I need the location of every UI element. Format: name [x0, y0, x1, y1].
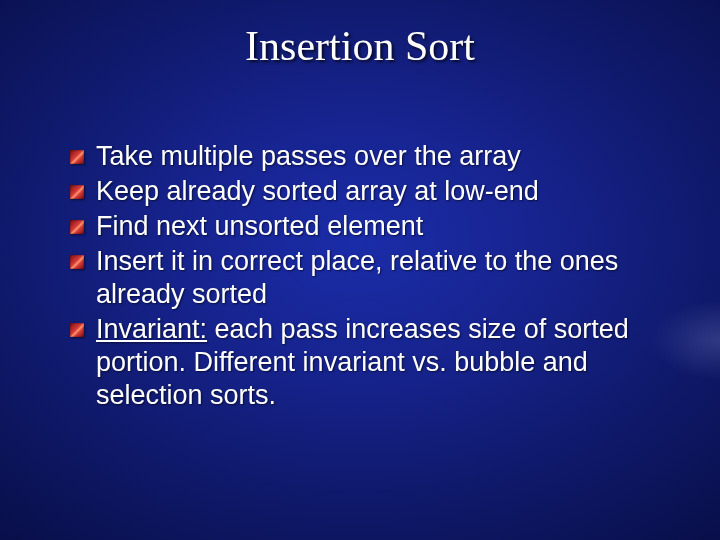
bullet-icon [70, 323, 84, 337]
bullet-icon [70, 150, 84, 164]
bullet-icon [70, 185, 84, 199]
bullet-item: Invariant: each pass increases size of s… [70, 313, 670, 412]
slide: Insertion Sort Take multiple passes over… [0, 0, 720, 540]
bullet-text: Take multiple passes over the array [96, 141, 521, 171]
slide-body: Take multiple passes over the array Keep… [70, 140, 670, 414]
bullet-text: Insert it in correct place, relative to … [96, 246, 618, 309]
bullet-item: Find next unsorted element [70, 210, 670, 243]
bullet-item: Take multiple passes over the array [70, 140, 670, 173]
bullet-icon [70, 255, 84, 269]
bullet-text: Keep already sorted array at low-end [96, 176, 539, 206]
bullet-icon [70, 220, 84, 234]
bullet-text: Find next unsorted element [96, 211, 423, 241]
slide-title: Insertion Sort [0, 22, 720, 70]
bullet-item: Keep already sorted array at low-end [70, 175, 670, 208]
bullet-label: Invariant: [96, 314, 207, 344]
bullet-item: Insert it in correct place, relative to … [70, 245, 670, 311]
